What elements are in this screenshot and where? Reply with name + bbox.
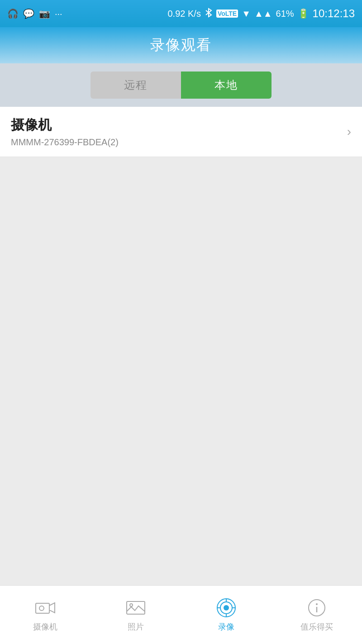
volte-icon: VoLTE: [216, 10, 238, 18]
svg-rect-0: [36, 603, 49, 613]
local-tab[interactable]: 本地: [181, 72, 272, 99]
info-nav-label: 值乐得买: [300, 621, 333, 632]
remote-tab[interactable]: 远程: [90, 72, 181, 99]
content-area: 摄像机 MMMM-276399-FBDEA(2) ›: [0, 107, 362, 157]
svg-point-4: [130, 604, 133, 606]
signal-icon: ▲▲: [254, 9, 272, 19]
status-right: 0.92 K/s VoLTE ▼ ▲▲ 61% 🔋 10:12:13: [168, 7, 355, 20]
camera-name: 摄像机: [11, 116, 119, 134]
bottom-navigation: 摄像机 照片 录像: [0, 585, 362, 644]
photo-nav-label: 照片: [128, 621, 144, 632]
svg-rect-3: [127, 601, 145, 614]
status-left: 🎧 💬 📷 ···: [7, 8, 62, 19]
bluetooth-icon: [205, 8, 213, 20]
time-text: 10:12:13: [313, 7, 355, 20]
more-icon: ···: [55, 9, 62, 19]
video-nav-icon: [214, 598, 239, 618]
video-nav-label: 录像: [218, 621, 234, 632]
wifi-icon: ▼: [242, 9, 251, 19]
chat-icon: 💬: [23, 8, 34, 19]
camera-nav-label: 摄像机: [33, 621, 57, 632]
camera-nav-icon: [33, 598, 58, 618]
info-nav-icon: [304, 598, 329, 618]
svg-point-14: [316, 603, 318, 605]
nav-item-photo[interactable]: 照片: [90, 593, 181, 637]
camera-info: 摄像机 MMMM-276399-FBDEA(2): [11, 116, 119, 148]
nav-item-info[interactable]: 值乐得买: [272, 593, 362, 637]
svg-marker-1: [49, 603, 55, 613]
battery-icon: 🔋: [298, 8, 309, 19]
svg-point-2: [39, 606, 44, 611]
nav-item-camera[interactable]: 摄像机: [0, 593, 90, 637]
status-bar: 🎧 💬 📷 ··· 0.92 K/s VoLTE ▼ ▲▲ 61% 🔋 10:1…: [0, 0, 362, 27]
camera-status-icon: 📷: [39, 8, 50, 19]
page-title: 录像观看: [150, 35, 212, 55]
header: 录像观看: [0, 27, 362, 63]
photo-nav-icon: [123, 598, 148, 618]
camera-id: MMMM-276399-FBDEA(2): [11, 137, 119, 148]
tab-switcher: 远程 本地: [0, 63, 362, 107]
empty-area: [0, 157, 362, 590]
headset-icon: 🎧: [7, 8, 19, 19]
battery-text: 61%: [276, 9, 294, 19]
camera-list-item[interactable]: 摄像机 MMMM-276399-FBDEA(2) ›: [0, 107, 362, 157]
nav-item-video[interactable]: 录像: [181, 593, 272, 637]
chevron-right-icon: ›: [347, 124, 351, 139]
speed-text: 0.92 K/s: [168, 9, 201, 19]
svg-point-7: [224, 605, 229, 611]
